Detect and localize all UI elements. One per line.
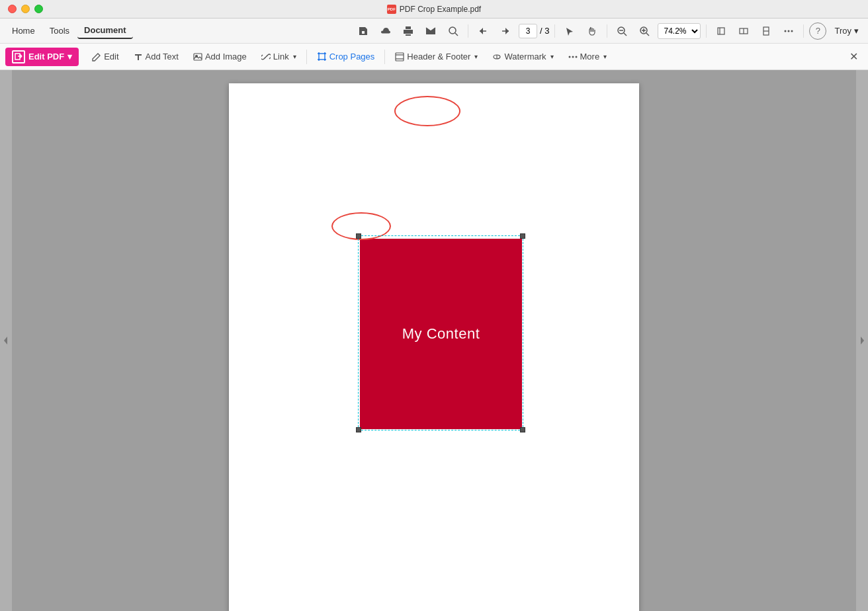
- link-label: Link: [273, 52, 289, 61]
- main-area: My Content: [0, 70, 868, 611]
- header-footer-label: Header & Footer: [407, 52, 470, 61]
- header-footer-button[interactable]: Header & Footer ▾: [388, 49, 484, 64]
- prev-page-icon[interactable]: [474, 22, 492, 40]
- menu-home[interactable]: Home: [5, 23, 42, 38]
- svg-point-0: [449, 27, 456, 34]
- link-chevron-icon: ▾: [293, 53, 296, 60]
- more-chevron-icon: ▾: [603, 53, 607, 60]
- close-button[interactable]: [8, 5, 17, 13]
- cloud-icon[interactable]: [376, 22, 395, 40]
- svg-line-1: [455, 33, 458, 36]
- save-icon[interactable]: [354, 22, 372, 40]
- link-button[interactable]: Link ▾: [255, 49, 303, 64]
- more-button[interactable]: More ▾: [562, 49, 614, 64]
- zoom-out-icon[interactable]: [613, 22, 631, 40]
- page-nav: 3 / 3: [519, 24, 549, 38]
- title-bar: PDF PDF Crop Example.pdf: [0, 0, 868, 19]
- hand-tool-icon[interactable]: [583, 22, 601, 40]
- add-image-button[interactable]: Add Image: [187, 49, 253, 64]
- svg-line-6: [624, 33, 627, 36]
- menu-bar: Home Tools Document 3 / 3: [0, 19, 868, 44]
- add-text-label: Add Text: [146, 52, 179, 61]
- svg-line-10: [646, 33, 649, 36]
- minimize-button[interactable]: [21, 5, 30, 13]
- page-ellipse-annotation: [331, 212, 391, 240]
- svg-point-18: [788, 30, 790, 32]
- help-button[interactable]: ?: [809, 22, 826, 40]
- fit-page-icon[interactable]: [712, 22, 730, 40]
- close-icon: ✕: [849, 50, 858, 63]
- svg-rect-35: [396, 53, 404, 61]
- content-box: My Content: [360, 239, 522, 429]
- add-text-button[interactable]: Add Text: [127, 49, 185, 64]
- edit-pdf-label: Edit PDF: [28, 52, 64, 61]
- prev-page-arrow[interactable]: [0, 70, 12, 611]
- crop-handle-top-left[interactable]: [356, 233, 361, 239]
- add-image-label: Add Image: [205, 52, 247, 61]
- fit-width-icon[interactable]: [734, 22, 753, 40]
- title-bar-text: PDF PDF Crop Example.pdf: [387, 5, 481, 14]
- edit-button[interactable]: Edit: [85, 49, 125, 64]
- content-text: My Content: [402, 325, 480, 343]
- watermark-chevron-icon: ▾: [550, 53, 554, 60]
- user-name: Troy: [834, 26, 851, 36]
- toolbar-separator-2: [384, 50, 385, 64]
- svg-point-19: [791, 30, 793, 32]
- user-chevron-icon: ▾: [854, 26, 859, 36]
- svg-point-40: [568, 56, 570, 58]
- crop-pages-label: Crop Pages: [329, 52, 375, 61]
- header-footer-chevron-icon: ▾: [474, 53, 478, 60]
- cursor-tool-icon[interactable]: [560, 22, 579, 40]
- svg-point-17: [785, 30, 787, 32]
- page-number-input[interactable]: 3: [519, 24, 537, 38]
- mail-icon[interactable]: [421, 22, 440, 40]
- edit-pdf-button[interactable]: Edit PDF ▾: [5, 48, 79, 66]
- svg-point-41: [572, 56, 574, 58]
- menu-document[interactable]: Document: [77, 22, 133, 39]
- search-icon[interactable]: [444, 22, 462, 40]
- crop-handle-top-right[interactable]: [520, 233, 525, 239]
- more-tools-icon[interactable]: [779, 22, 798, 40]
- zoom-select[interactable]: 74.2%: [658, 23, 701, 39]
- svg-rect-26: [319, 54, 325, 60]
- edit-toolbar: Edit PDF ▾ Edit Add Text Add Image Link …: [0, 44, 868, 70]
- window-controls[interactable]: [8, 5, 43, 13]
- pdf-icon: PDF: [387, 5, 396, 14]
- maximize-button[interactable]: [34, 5, 43, 13]
- zoom-in-icon[interactable]: [635, 22, 654, 40]
- edit-label: Edit: [104, 52, 118, 61]
- watermark-button[interactable]: Watermark ▾: [486, 49, 560, 64]
- fit-height-icon[interactable]: [757, 22, 775, 40]
- document-area[interactable]: My Content: [12, 70, 856, 611]
- print-icon[interactable]: [399, 22, 417, 40]
- svg-rect-11: [718, 28, 724, 34]
- next-page-icon[interactable]: [496, 22, 515, 40]
- close-edit-button[interactable]: ✕: [844, 48, 863, 66]
- more-label: More: [580, 52, 600, 61]
- next-page-arrow[interactable]: [856, 70, 868, 611]
- watermark-label: Watermark: [504, 52, 546, 61]
- edit-pdf-chevron-icon: ▾: [67, 52, 72, 61]
- edit-pdf-icon: [12, 50, 25, 63]
- menu-toolbar-icons: 3 / 3 74.2%: [354, 22, 863, 40]
- toolbar-separator-1: [306, 50, 307, 64]
- crop-pages-button[interactable]: Crop Pages: [310, 49, 382, 64]
- svg-point-42: [575, 56, 577, 58]
- menu-tools[interactable]: Tools: [43, 23, 76, 38]
- window-title: PDF Crop Example.pdf: [400, 5, 481, 14]
- pdf-page: My Content: [229, 83, 639, 611]
- user-menu[interactable]: Troy ▾: [830, 24, 863, 37]
- svg-rect-24: [194, 54, 202, 60]
- page-total: / 3: [540, 26, 549, 36]
